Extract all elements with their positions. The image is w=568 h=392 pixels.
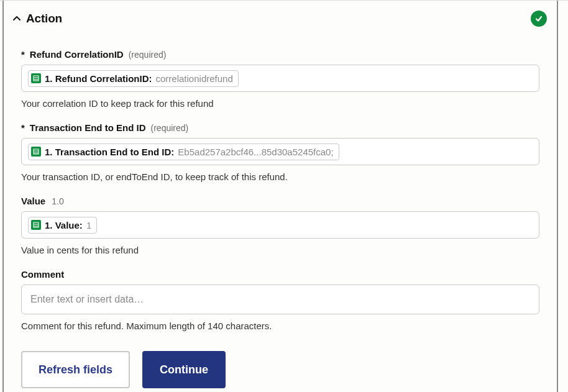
- panel-header: Action: [4, 1, 557, 30]
- panel-title: Action: [26, 12, 62, 25]
- required-asterisk: *: [21, 122, 25, 133]
- data-pill[interactable]: 1. Value: 1: [28, 217, 97, 234]
- field-hint: 1.0: [52, 196, 63, 206]
- field-help: Comment for this refund. Maximum length …: [21, 321, 539, 331]
- collapse-icon[interactable]: [11, 13, 22, 24]
- pill-key: 1. Refund CorrelationID:: [45, 73, 152, 84]
- refund-correlation-id-input[interactable]: 1. Refund CorrelationID: correlationidre…: [21, 65, 539, 92]
- spreadsheet-icon: [31, 220, 41, 230]
- pill-key: 1. Transaction End to End ID:: [45, 147, 174, 157]
- field-help: Value in cents for this refund: [21, 245, 539, 255]
- comment-input[interactable]: [21, 285, 539, 314]
- pill-value: Eb5ad257a2bcf46...85d30a5245fca0;: [178, 147, 333, 157]
- field-label: Transaction End to End ID: [30, 122, 146, 133]
- pill-key: 1. Value:: [45, 220, 83, 230]
- field-refund-correlation-id: * Refund CorrelationID required 1. Refun…: [21, 49, 539, 109]
- continue-button[interactable]: Continue: [142, 351, 226, 388]
- field-comment: Comment Comment for this refund. Maximum…: [21, 269, 539, 331]
- status-ok-icon: [531, 11, 547, 27]
- pill-value: 1: [86, 220, 91, 230]
- required-asterisk: *: [21, 49, 25, 60]
- button-row: Refresh fields Continue: [21, 351, 539, 388]
- required-tag: required: [129, 50, 167, 60]
- field-value: Value 1.0 1. Value: 1 Value in cents for…: [21, 196, 539, 255]
- svg-rect-0: [34, 76, 39, 81]
- field-help: Your transaction ID, or endToEnd ID, to …: [21, 171, 539, 182]
- required-tag: required: [151, 123, 189, 133]
- field-label: Refund CorrelationID: [30, 49, 124, 60]
- form-area: * Refund CorrelationID required 1. Refun…: [4, 30, 557, 388]
- data-pill[interactable]: 1. Refund CorrelationID: correlationidre…: [28, 70, 239, 87]
- field-help: Your correlation ID to keep track for th…: [21, 98, 539, 109]
- refresh-fields-button[interactable]: Refresh fields: [21, 351, 130, 388]
- spreadsheet-icon: [31, 147, 41, 157]
- svg-rect-3: [34, 149, 39, 154]
- field-label: Comment: [21, 269, 64, 280]
- value-input[interactable]: 1. Value: 1: [21, 211, 539, 239]
- spreadsheet-icon: [31, 73, 41, 83]
- field-label: Value: [21, 196, 45, 206]
- svg-rect-6: [34, 222, 39, 227]
- field-transaction-id: * Transaction End to End ID required 1. …: [21, 122, 539, 182]
- data-pill[interactable]: 1. Transaction End to End ID: Eb5ad257a2…: [28, 144, 339, 160]
- pill-value: correlationidrefund: [156, 73, 233, 84]
- action-panel: Action * Refund CorrelationID required: [2, 1, 558, 392]
- transaction-id-input[interactable]: 1. Transaction End to End ID: Eb5ad257a2…: [21, 138, 539, 165]
